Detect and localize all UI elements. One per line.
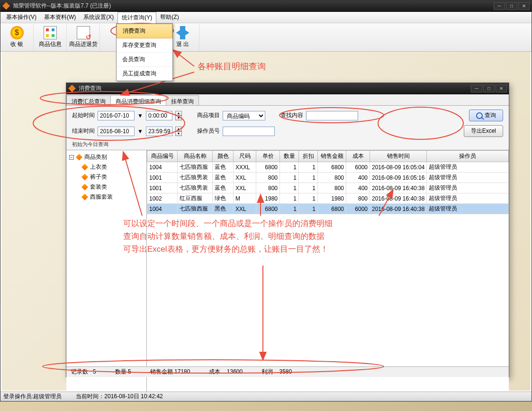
inner-window-title: 消费查询	[79, 84, 471, 92]
menu-stats-query[interactable]: 统计查询(Y)	[117, 12, 156, 23]
tree-root-label: 商品类别	[84, 153, 107, 161]
tree-item-pants[interactable]: 裤子类	[68, 172, 144, 182]
toolbar-cashier[interactable]: 收 银	[0, 24, 34, 51]
spin-down[interactable]: ▼	[175, 116, 182, 120]
profit-label: 利润	[261, 368, 273, 375]
tree-item-suits[interactable]: 套装类	[68, 182, 144, 192]
start-time-label: 起始时间	[72, 111, 95, 119]
main-title-bar: 旭荣管理软件--版本:服装版7.7 (已注册) ─ □ ✕	[0, 0, 532, 12]
dropdown-arrow-icon[interactable]: ▼	[137, 128, 143, 135]
spin-up[interactable]: ▲	[175, 111, 182, 116]
tab-pending[interactable]: 挂单查询	[166, 95, 199, 105]
data-grid[interactable]: 商品编号 商品名称 颜色 尺码 单价 数量 折扣 销售金额 成本 销售时间 操作…	[147, 150, 509, 214]
tab-summary[interactable]: 消费汇总查询	[66, 95, 111, 105]
minimize-button[interactable]: ─	[494, 2, 505, 10]
start-date-input[interactable]	[98, 111, 135, 120]
col-cost[interactable]: 成本	[346, 151, 370, 162]
today-hint: 初始为今日查询	[72, 141, 108, 148]
table-row[interactable]: 1001七匹狼男装蓝色XXL800118004002016-08-09 16:0…	[147, 173, 509, 183]
spin-down-end[interactable]: ▼	[175, 131, 182, 136]
sales-value: 17180	[174, 368, 190, 375]
folder-icon	[81, 164, 88, 171]
dropdown-member-query[interactable]: 会员查询	[117, 53, 172, 67]
cost-label: 成本	[209, 368, 220, 375]
folder-icon	[76, 154, 82, 161]
search-content-input[interactable]	[306, 111, 358, 120]
folder-icon	[81, 174, 88, 181]
dropdown-staff-commission-query[interactable]: 员工提成查询	[117, 67, 172, 81]
inner-close-button[interactable]: ✕	[496, 85, 507, 92]
menu-system-settings[interactable]: 系统设置(X)	[80, 12, 117, 23]
main-window: 旭荣管理软件--版本:服装版7.7 (已注册) ─ □ ✕ 基本操作(V) 基本…	[0, 0, 532, 402]
app-icon	[2, 2, 10, 10]
mdi-area: 消费查询 ─ □ ✕ 消费汇总查询 商品消费明细查询 挂单查询 起始时间 ▼	[1, 52, 531, 391]
end-date-input[interactable]	[98, 127, 135, 136]
dropdown-arrow-icon[interactable]: ▼	[137, 112, 143, 119]
table-row[interactable]: 1004七匹狼西服蓝色XXXL680011680060002016-08-09 …	[147, 162, 509, 173]
export-excel-button[interactable]: 导出Excel	[464, 125, 503, 137]
inner-minimize-button[interactable]: ─	[471, 85, 482, 92]
menu-help[interactable]: 帮助(Z)	[156, 12, 182, 23]
toolbar-product-return-label: 商品进退货	[69, 40, 98, 48]
menu-basic-ops[interactable]: 基本操作(V)	[2, 12, 40, 23]
collapse-icon[interactable]: −	[69, 155, 74, 160]
toolbar-exit-label: 退 出	[176, 40, 189, 48]
product-item-label: 商品项目	[197, 111, 220, 119]
grid-icon	[44, 26, 57, 39]
tab-detail[interactable]: 商品消费明细查询	[110, 95, 166, 105]
records-label: 记录数	[71, 368, 88, 375]
end-time-label: 结束时间	[72, 127, 95, 135]
col-op[interactable]: 操作员	[427, 151, 509, 162]
col-name[interactable]: 商品名称	[178, 151, 213, 162]
col-qty[interactable]: 数量	[280, 151, 299, 162]
close-button[interactable]: ✕	[518, 2, 530, 10]
toolbar-product-info[interactable]: 商品信息	[34, 24, 67, 51]
operator-id-label: 操作员号	[197, 127, 220, 135]
spin-up-end[interactable]: ▲	[175, 127, 182, 131]
table-row[interactable]: 1004七匹狼西服黑色XXL680011680060002016-08-09 1…	[147, 204, 509, 214]
inner-app-icon	[68, 85, 76, 92]
col-price[interactable]: 单价	[256, 151, 280, 162]
col-size[interactable]: 尺码	[234, 151, 256, 162]
start-time-input[interactable]	[146, 111, 172, 120]
time-spinner-end: ▲ ▼	[175, 127, 182, 136]
tree-item-tops[interactable]: 上衣类	[68, 162, 144, 172]
maximize-button[interactable]: □	[506, 2, 517, 10]
col-code[interactable]: 商品编号	[147, 151, 178, 162]
qty-label: 数量	[115, 368, 126, 375]
magnifier-icon	[476, 112, 483, 119]
toolbar-product-info-label: 商品信息	[39, 40, 62, 48]
inner-title-bar: 消费查询 ─ □ ✕	[66, 83, 509, 94]
inner-maximize-button[interactable]: □	[483, 85, 495, 92]
dropdown-stock-change-query[interactable]: 库存变更查询	[117, 38, 172, 53]
document-return-icon	[77, 26, 90, 39]
tree-root[interactable]: − 商品类别	[68, 152, 144, 162]
dropdown-consume-query[interactable]: 消费查询	[117, 24, 172, 38]
footer-operator: 登录操作员:超级管理员	[3, 393, 62, 401]
col-time[interactable]: 销售时间	[370, 151, 427, 162]
query-button[interactable]: 查询	[469, 110, 503, 121]
end-time-input[interactable]	[146, 127, 172, 136]
col-color[interactable]: 颜色	[213, 151, 234, 162]
filter-panel: 起始时间 ▼ ▲ ▼ 商品项目 商品编码 查找内容	[66, 106, 509, 150]
product-item-select[interactable]: 商品编码	[223, 111, 265, 120]
table-row[interactable]: 1001七匹狼男装蓝色XXL800118004002016-08-09 16:4…	[147, 183, 509, 193]
search-content-label: 查找内容	[280, 111, 303, 119]
export-excel-label: 导出Excel	[471, 127, 496, 135]
stats-query-dropdown: 消费查询 库存变更查询 会员查询 员工提成查询	[116, 23, 173, 81]
status-bar: 记录数 5 数量 5 销售金额 17180 成本 13600 利润 3580	[66, 366, 509, 377]
sales-label: 销售金额	[150, 368, 173, 375]
table-row[interactable]: 1002红豆西服绿色M19801119808002016-08-09 16:40…	[147, 193, 509, 204]
tree-item-western-suits[interactable]: 西服套装	[68, 192, 144, 202]
operator-id-input[interactable]	[223, 127, 275, 136]
menu-basic-data[interactable]: 基本资料(W)	[40, 12, 80, 23]
records-value: 5	[93, 368, 96, 375]
footer-bar: 登录操作员:超级管理员 当前时间：2016-08-10日 10:42:42	[0, 392, 532, 401]
col-amount[interactable]: 销售金额	[318, 151, 346, 162]
toolbar-product-return[interactable]: 商品进退货	[67, 24, 100, 51]
footer-time: 当前时间：2016-08-10日 10:42:42	[76, 393, 162, 401]
data-grid-container: 商品编号 商品名称 颜色 尺码 单价 数量 折扣 销售金额 成本 销售时间 操作…	[147, 150, 509, 392]
query-button-label: 查询	[485, 111, 496, 119]
col-disc[interactable]: 折扣	[299, 151, 318, 162]
time-spinner: ▲ ▼	[175, 111, 182, 120]
